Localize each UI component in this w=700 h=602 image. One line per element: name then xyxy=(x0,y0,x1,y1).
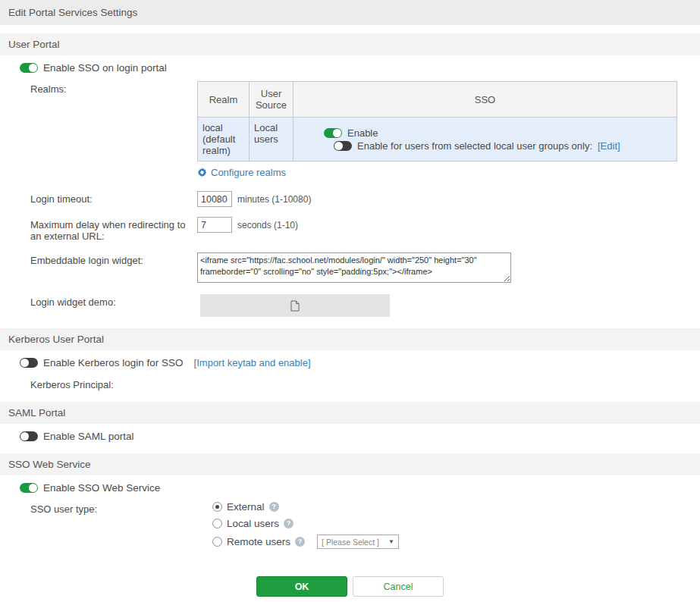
gear-icon xyxy=(197,168,207,177)
realm-sso-cell: Enable Enable for users from selected lo… xyxy=(293,118,677,161)
login-widget-demo-box xyxy=(200,294,390,317)
import-keytab-link[interactable]: [Import keytab and enable] xyxy=(194,357,311,368)
enable-sso-login-portal-toggle[interactable] xyxy=(20,63,38,73)
help-icon[interactable]: ? xyxy=(295,537,305,547)
realms-table: Realm User Source SSO local (default rea… xyxy=(197,81,677,161)
remote-users-radio[interactable] xyxy=(212,537,222,547)
login-timeout-label: Login timeout: xyxy=(20,191,197,205)
realms-label: Realms: xyxy=(20,81,197,95)
edit-portal-services-page: Edit Portal Services Settings User Porta… xyxy=(0,0,700,602)
enable-sso-row: Enable SSO on login portal xyxy=(20,62,692,74)
realm-name-cell: local (default realm) xyxy=(198,118,250,161)
footer-actions: OK Cancel xyxy=(0,576,700,597)
realm-sso-enable-row: Enable xyxy=(324,127,672,139)
chevron-down-icon: ▼ xyxy=(388,538,394,545)
section-header-kerberos: Kerberos User Portal xyxy=(0,328,700,350)
realm-sso-groups-edit-link[interactable]: [Edit] xyxy=(598,140,620,152)
enable-sso-web-service-label: Enable SSO Web Service xyxy=(43,482,160,494)
login-widget-label: Embeddable login widget: xyxy=(20,252,197,266)
configure-realms-link[interactable]: Configure realms xyxy=(211,167,286,178)
realm-user-source-cell: Local users xyxy=(250,118,293,161)
max-delay-input[interactable] xyxy=(197,217,232,233)
remote-users-radio-label: Remote users xyxy=(227,536,290,547)
sso-user-type-option-local-users: Local users ? xyxy=(212,518,692,529)
sso-user-type-option-external: External ? xyxy=(212,501,692,513)
login-widget-code-textarea[interactable]: <iframe src="https://fac.school.net/modu… xyxy=(197,252,511,283)
kerberos-body: Enable Kerberos login for SSO [Import ke… xyxy=(0,350,700,393)
sso-user-type-option-remote-users: Remote users ? [ Please Select ] ▼ xyxy=(212,535,692,549)
enable-sso-login-portal-label: Enable SSO on login portal xyxy=(43,62,167,74)
realm-sso-groups-row: Enable for users from selected local use… xyxy=(334,140,672,152)
enable-kerberos-label: Enable Kerberos login for SSO xyxy=(43,357,184,368)
help-icon[interactable]: ? xyxy=(284,519,293,528)
local-users-radio[interactable] xyxy=(212,519,222,528)
broken-image-icon xyxy=(290,300,300,312)
realms-table-header-row: Realm User Source SSO xyxy=(198,82,677,118)
sso-web-service-body: Enable SSO Web Service SSO user type: Ex… xyxy=(0,475,700,557)
enable-kerberos-toggle[interactable] xyxy=(20,358,38,368)
realm-sso-groups-label: Enable for users from selected local use… xyxy=(357,140,592,152)
enable-sso-web-service-toggle[interactable] xyxy=(20,483,38,493)
realm-sso-groups-toggle[interactable] xyxy=(334,141,352,151)
realms-col-realm: Realm xyxy=(198,82,250,118)
remote-users-select-value: [ Please Select ] xyxy=(322,538,379,547)
enable-sso-web-service-row: Enable SSO Web Service xyxy=(20,482,692,494)
cancel-button[interactable]: Cancel xyxy=(353,576,444,597)
external-radio[interactable] xyxy=(212,502,222,512)
enable-saml-toggle[interactable] xyxy=(20,431,38,441)
kerberos-principal-label: Kerberos Principal: xyxy=(20,379,692,390)
enable-saml-row: Enable SAML portal xyxy=(20,431,692,442)
login-timeout-hint: minutes (1-10080) xyxy=(237,194,311,205)
local-users-radio-label: Local users xyxy=(227,518,279,529)
widget-demo-label: Login widget demo: xyxy=(20,294,197,308)
ok-button[interactable]: OK xyxy=(256,576,347,597)
realm-row-local[interactable]: local (default realm) Local users Enable… xyxy=(198,118,677,161)
max-delay-label: Maximum delay when redirecting to an ext… xyxy=(20,217,197,242)
realm-sso-enable-toggle[interactable] xyxy=(324,128,342,138)
section-header-saml: SAML Portal xyxy=(0,402,700,424)
help-icon[interactable]: ? xyxy=(269,502,279,512)
saml-body: Enable SAML portal xyxy=(0,424,700,445)
page-title: Edit Portal Services Settings xyxy=(0,0,700,25)
enable-saml-label: Enable SAML portal xyxy=(43,431,134,442)
section-header-user-portal: User Portal xyxy=(0,33,700,55)
remote-users-select[interactable]: [ Please Select ] ▼ xyxy=(317,535,399,549)
configure-realms-row: Configure realms xyxy=(197,167,692,178)
max-delay-hint: seconds (1-10) xyxy=(237,220,298,230)
realms-col-sso: SSO xyxy=(293,82,677,118)
realms-col-user-source: User Source xyxy=(250,82,293,118)
login-timeout-input[interactable] xyxy=(197,191,232,207)
enable-kerberos-row: Enable Kerberos login for SSO [Import ke… xyxy=(20,357,692,368)
external-radio-label: External xyxy=(227,501,265,513)
section-header-sso-web-service: SSO Web Service xyxy=(0,453,700,475)
realm-sso-enable-label: Enable xyxy=(347,127,378,139)
sso-user-type-label: SSO user type: xyxy=(20,501,197,515)
sso-user-type-group: External ? Local users ? Remote users ? … xyxy=(197,501,692,554)
user-portal-body: Enable SSO on login portal Realms: Realm… xyxy=(0,55,700,320)
